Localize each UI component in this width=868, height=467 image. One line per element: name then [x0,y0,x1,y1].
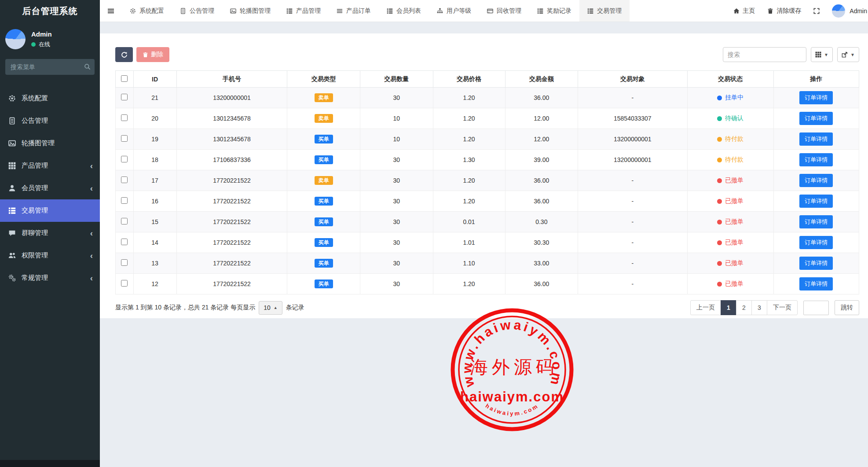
next-page-button[interactable]: 下一页 [767,300,798,315]
list-icon [537,8,543,14]
cell-action: 订单详情 [773,253,859,274]
table-toolbar: 删除 ▼ ▼ [115,47,859,62]
row-checkbox[interactable] [121,156,128,162]
row-checkbox[interactable] [121,280,128,287]
status-badge: 已撤单 [717,259,743,267]
column-header[interactable]: ID [133,71,176,88]
row-checkbox[interactable] [121,218,128,224]
page-button[interactable]: 1 [721,300,736,315]
topnav-item[interactable]: 系统配置 [122,0,172,22]
order-detail-button[interactable]: 订单详情 [799,153,833,166]
topnav-item-label: 用户等级 [447,7,471,15]
menu-toggle-icon[interactable] [100,0,122,22]
sidebar-item[interactable]: 轮播图管理 [0,132,100,154]
page-size-select[interactable]: 10 ▲ [259,301,282,315]
order-detail-button[interactable]: 订单详情 [799,91,833,104]
row-checkbox[interactable] [121,259,128,266]
row-checkbox[interactable] [121,94,128,100]
stamp-bottom-arc-text: haiwaiym.com [484,402,540,417]
navbar-avatar[interactable] [832,4,845,18]
cell-id: 21 [133,88,176,108]
column-header[interactable]: 交易状态 [687,71,773,88]
column-header[interactable]: 交易数量 [360,71,433,88]
topnav-item[interactable]: 公告管理 [172,0,222,22]
column-header[interactable]: 交易金额 [505,71,578,88]
sidebar-item[interactable]: 常规管理‹ [0,267,100,289]
sidebar-item-label: 常规管理 [22,274,48,282]
list-icon [286,8,293,14]
row-checkbox[interactable] [121,177,128,183]
home-link[interactable]: 主页 [733,7,755,15]
order-detail-button[interactable]: 订单详情 [799,195,833,208]
sidebar-item[interactable]: 产品管理‹ [0,154,100,177]
column-header[interactable]: 手机号 [176,71,287,88]
page-jump-input[interactable] [803,301,829,315]
sidebar-item[interactable]: 权限管理‹ [0,244,100,267]
cell-status: 已撤单 [687,232,773,253]
sidebar-item[interactable]: 会员管理‹ [0,177,100,199]
column-header[interactable]: 操作 [773,71,859,88]
order-detail-button[interactable]: 订单详情 [799,277,833,290]
topnav-item[interactable]: 回收管理 [479,0,529,22]
topnav-item-label: 奖励记录 [547,7,571,15]
table-search-input[interactable] [723,47,806,62]
row-checkbox[interactable] [121,114,128,121]
topnav-item[interactable]: 产品订单 [329,0,379,22]
column-header[interactable]: 交易类型 [287,71,360,88]
cell-phone: 13012345678 [176,108,287,129]
order-detail-button[interactable]: 订单详情 [799,257,833,270]
select-all-checkbox[interactable] [121,75,128,82]
fullscreen-button[interactable] [813,8,820,14]
sidebar-item[interactable]: 交易管理 [0,199,100,222]
topnav-item-label: 会员列表 [396,7,421,15]
trash-icon [143,52,148,58]
delete-button[interactable]: 删除 [136,47,169,62]
sidebar-item-label: 轮播图管理 [22,139,55,147]
topnav-item[interactable]: 奖励记录 [529,0,579,22]
order-detail-button[interactable]: 订单详情 [799,112,833,125]
online-dot-icon [31,42,36,47]
prev-page-button[interactable]: 上一页 [690,300,721,315]
column-header[interactable]: 交易价格 [433,71,505,88]
refresh-button[interactable] [115,47,133,62]
user-panel: Admin 在线 [0,22,100,58]
cell-action: 订单详情 [773,170,859,191]
topnav-item[interactable]: 产品管理 [278,0,329,22]
status-dot-icon [717,178,722,183]
cell-target: 15854033307 [578,108,687,129]
columns-toggle-button[interactable]: ▼ [811,47,833,62]
sidebar-search-input[interactable] [5,59,95,75]
row-checkbox[interactable] [121,239,128,245]
sidebar-item-label: 系统配置 [22,94,48,103]
topnav-item[interactable]: 交易管理 [579,0,630,22]
table-header-row: ID手机号交易类型交易数量交易价格交易金额交易对象交易状态操作 [116,71,859,88]
order-detail-button[interactable]: 订单详情 [799,132,833,146]
order-detail-button[interactable]: 订单详情 [799,236,833,249]
navbar-username[interactable]: Admin [850,7,867,15]
page-button[interactable]: 2 [736,300,752,315]
topnav-item[interactable]: 轮播图管理 [222,0,278,22]
clear-cache-label: 清除缓存 [776,7,801,15]
sidebar-item[interactable]: 群聊管理‹ [0,222,100,244]
topnav-item-label: 轮播图管理 [240,7,271,15]
order-detail-button[interactable]: 订单详情 [799,174,833,187]
clear-cache-link[interactable]: 清除缓存 [767,7,801,15]
cell-price: 1.20 [433,108,505,129]
jump-button[interactable]: 跳转 [835,300,859,315]
row-checkbox[interactable] [121,135,128,142]
cell-qty: 30 [360,253,433,274]
page-button[interactable]: 3 [751,300,767,315]
cell-amount: 33.00 [505,253,578,274]
status-dot-icon [717,158,722,162]
grid-icon [8,162,16,169]
sidebar-item[interactable]: 公告管理 [0,110,100,132]
topnav-item[interactable]: 用户等级 [429,0,479,22]
row-select-cell [116,129,134,150]
column-header[interactable]: 交易对象 [578,71,687,88]
row-checkbox[interactable] [121,197,128,204]
order-detail-button[interactable]: 订单详情 [799,215,833,228]
topnav-item[interactable]: 会员列表 [379,0,429,22]
trade-type-badge: 买单 [315,217,333,226]
sidebar-item[interactable]: 系统配置 [0,87,100,110]
export-button[interactable]: ▼ [837,47,859,62]
